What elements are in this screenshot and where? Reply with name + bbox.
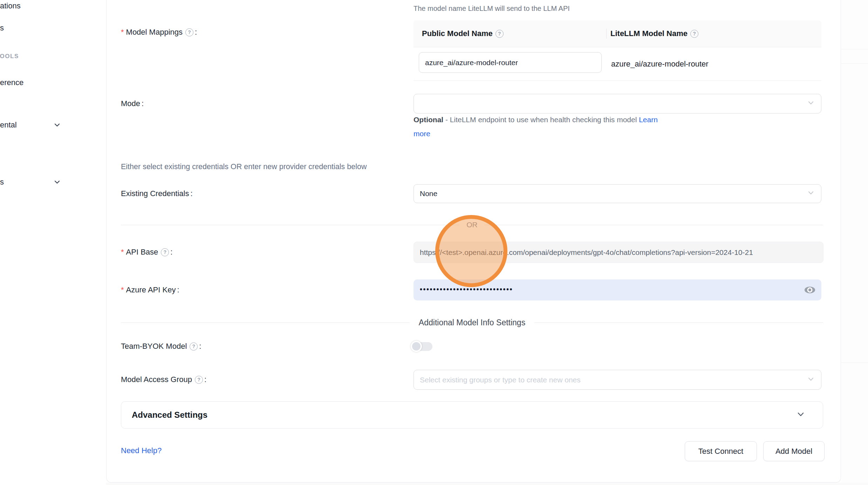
- sidebar-item[interactable]: s: [0, 23, 4, 33]
- need-help-link[interactable]: Need Help?: [121, 446, 162, 456]
- help-icon[interactable]: ?: [495, 30, 504, 38]
- table-row: azure_ai/azure-model-router azure_ai/azu…: [414, 47, 821, 81]
- litellm-model-name-value: azure_ai/azure-model-router: [611, 47, 709, 81]
- chevron-down-icon: [807, 375, 815, 384]
- divider: [841, 49, 868, 49]
- divider: [841, 362, 868, 363]
- mode-label: Mode :: [121, 99, 144, 109]
- public-model-name-input[interactable]: azure_ai/azure-model-router: [419, 52, 602, 73]
- team-byok-label: Team-BYOK Model ? :: [121, 341, 201, 351]
- public-model-name-header: Public Model Name ?: [414, 29, 606, 38]
- chevron-down-icon: [796, 410, 805, 420]
- advanced-settings-collapse[interactable]: Advanced Settings: [121, 401, 823, 429]
- required-mark: *: [121, 248, 124, 257]
- sidebar-section-tools: TOOLS: [0, 53, 19, 60]
- chevron-down-icon[interactable]: [53, 178, 61, 186]
- existing-credentials-label: Existing Credentials :: [121, 189, 193, 199]
- mode-select[interactable]: [414, 94, 821, 113]
- mode-helper-text: Optional - LiteLLM endpoint to use when …: [414, 113, 658, 141]
- advanced-settings-label: Advanced Settings: [132, 410, 207, 420]
- required-mark: *: [121, 28, 124, 37]
- help-icon[interactable]: ?: [195, 376, 203, 384]
- column-separator: [606, 29, 607, 39]
- api-base-label-text: API Base: [126, 248, 158, 257]
- sidebar: ations s TOOLS erence ental s: [0, 0, 106, 485]
- team-byok-toggle[interactable]: [412, 341, 433, 352]
- existing-credentials-label-text: Existing Credentials: [121, 189, 189, 198]
- add-model-button[interactable]: Add Model: [763, 441, 825, 461]
- azure-api-key-label: * Azure API Key :: [121, 285, 179, 295]
- divider: [841, 63, 868, 64]
- model-access-group-label: Model Access Group ? :: [121, 375, 206, 384]
- page-background-bottom: [0, 483, 868, 485]
- model-mappings-table: Public Model Name ? LiteLLM Model Name ?…: [414, 20, 821, 81]
- sidebar-item-reference[interactable]: erence: [0, 78, 23, 88]
- sidebar-item-organizations[interactable]: ations: [0, 1, 21, 11]
- toggle-knob: [411, 341, 422, 352]
- model-access-group-placeholder: Select existing groups or type to create…: [420, 376, 581, 384]
- additional-settings-divider-text: Additional Model Info Settings: [419, 318, 525, 327]
- required-mark: *: [121, 285, 124, 295]
- add-model-form-panel: The model name LiteLLM will send to the …: [106, 0, 841, 483]
- test-connect-button[interactable]: Test Connect: [685, 441, 757, 461]
- help-icon[interactable]: ?: [161, 248, 169, 256]
- model-name-helper-text: The model name LiteLLM will send to the …: [414, 4, 570, 13]
- chevron-down-icon: [807, 99, 815, 109]
- help-icon[interactable]: ?: [185, 28, 193, 36]
- eye-icon[interactable]: [804, 285, 816, 295]
- or-divider: OR: [121, 220, 823, 230]
- credentials-note: Either select existing credentials OR en…: [121, 162, 367, 172]
- mode-label-text: Mode: [121, 99, 140, 108]
- model-access-group-select[interactable]: Select existing groups or type to create…: [414, 370, 821, 390]
- sidebar-item-settings[interactable]: s: [0, 177, 4, 187]
- page-background-right: [841, 0, 868, 485]
- model-mappings-label: * Model Mappings ? :: [121, 27, 197, 37]
- help-icon[interactable]: ?: [190, 342, 198, 351]
- api-base-input[interactable]: https://<test>.openai.azure.com/openai/d…: [414, 242, 823, 263]
- azure-api-key-input[interactable]: ••••••••••••••••••••••••••••: [414, 279, 821, 300]
- additional-settings-divider: Additional Model Info Settings: [121, 317, 823, 328]
- azure-api-key-label-text: Azure API Key: [126, 285, 176, 295]
- chevron-down-icon[interactable]: [53, 121, 61, 129]
- chevron-down-icon: [807, 189, 815, 199]
- team-byok-label-text: Team-BYOK Model: [121, 342, 187, 351]
- masked-api-key: ••••••••••••••••••••••••••••: [420, 285, 513, 293]
- model-access-group-label-text: Model Access Group: [121, 375, 192, 384]
- model-mappings-label-text: Model Mappings: [126, 28, 183, 37]
- existing-credentials-select[interactable]: None: [414, 184, 821, 203]
- learn-more-link[interactable]: more: [414, 130, 430, 138]
- or-divider-text: OR: [459, 221, 485, 229]
- api-base-label: * API Base ? :: [121, 247, 172, 257]
- litellm-model-name-header: LiteLLM Model Name ?: [606, 29, 821, 38]
- sidebar-item-experimental[interactable]: ental: [0, 120, 17, 130]
- learn-more-link[interactable]: Learn: [639, 116, 658, 124]
- model-mappings-table-header: Public Model Name ? LiteLLM Model Name ?: [414, 20, 821, 47]
- existing-credentials-value: None: [420, 189, 437, 198]
- help-icon[interactable]: ?: [690, 30, 698, 38]
